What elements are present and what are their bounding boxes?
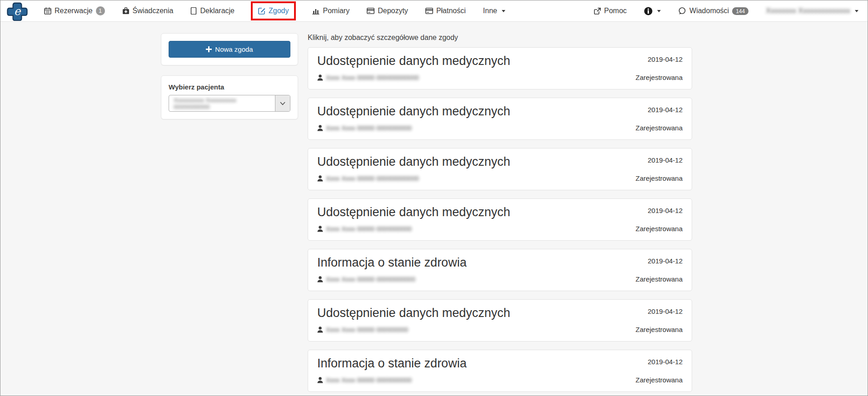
consent-date: 2019-04-12 [636, 55, 683, 63]
caret-down-icon [502, 10, 505, 12]
consent-patient-row: Xxxx Xxxx 00000 0000000000 [317, 376, 467, 384]
user-icon [317, 175, 323, 182]
credit-card-icon [367, 8, 374, 14]
nav-label: Depozyty [378, 7, 408, 15]
patient-name-redacted: Xxxx Xxxx 00000 00000000000 [326, 276, 415, 283]
consent-card-left: Informacja o stanie zdrowia Xxxx Xxxx 00… [317, 356, 467, 385]
consent-patient-row: Xxxx Xxxx 00000 0000000000 [317, 124, 510, 132]
edit-pencil-icon [258, 7, 265, 15]
consent-status: Zarejestrowana [636, 74, 683, 81]
medical-bag-icon [122, 7, 130, 15]
svg-text:e: e [14, 4, 21, 17]
main-navigation: Rezerwacje 1 Świadczenia Deklaracje [44, 6, 523, 15]
messages-label: Wiadomości [689, 7, 729, 15]
reservations-count-badge: 1 [96, 6, 105, 15]
user-icon [317, 377, 323, 383]
navbar-right-group: Pomoc Wiadomości 144 Xxxxxxxx Xxxxxxxxxx… [594, 7, 858, 15]
consent-card-right: 2019-04-12 Zarejestrowana [636, 306, 683, 334]
consent-card[interactable]: Udostępnienie danych medycznych Xxxx Xxx… [308, 47, 692, 89]
calendar-icon [44, 7, 51, 15]
user-name-redacted: Xxxxxxxx Xxxxxxxxxxxxxx [766, 7, 850, 15]
info-menu[interactable] [644, 7, 661, 15]
consent-card[interactable]: Udostępnienie danych medycznych Xxxx Xxx… [308, 198, 692, 241]
consent-card-left: Udostępnienie danych medycznych Xxxx Xxx… [317, 54, 510, 82]
consent-title: Udostępnienie danych medycznych [317, 154, 510, 169]
nav-item-platnosci[interactable]: Płatności [425, 7, 466, 15]
chevron-down-icon [280, 102, 285, 105]
patient-select-value: Xxxxxxxxxx Xxxxxxxxxx 00000000000 [169, 95, 275, 111]
bar-chart-icon [312, 7, 319, 15]
user-icon [317, 226, 323, 232]
consent-card-left: Informacja o stanie zdrowia Xxxx Xxxx 00… [317, 255, 467, 284]
nav-label: Świadczenia [133, 7, 174, 15]
consent-card[interactable]: Udostępnienie danych medycznych Xxxx Xxx… [308, 148, 692, 190]
consent-card-left: Udostępnienie danych medycznych Xxxx Xxx… [317, 154, 510, 183]
consent-status: Zarejestrowana [636, 174, 683, 182]
nav-label: Zgody [269, 7, 289, 15]
consent-title: Udostępnienie danych medycznych [317, 104, 510, 119]
user-icon [317, 125, 323, 131]
consent-patient-row: Xxxx Xxxx 00000 0000000000 [317, 225, 510, 233]
nav-label: Pomiary [323, 7, 349, 15]
consent-card-right: 2019-04-12 Zarejestrowana [636, 54, 683, 82]
document-icon [190, 7, 197, 15]
sidebar: Nowa zgoda Wybierz pacjenta Xxxxxxxxxx X… [161, 33, 298, 119]
nav-item-swiadczenia[interactable]: Świadczenia [122, 7, 174, 15]
caret-down-icon [855, 10, 858, 12]
help-link[interactable]: Pomoc [594, 7, 627, 15]
consent-date: 2019-04-12 [636, 307, 683, 315]
user-icon [317, 327, 323, 333]
consent-card-right: 2019-04-12 Zarejestrowana [636, 104, 683, 133]
consent-card[interactable]: Informacja o stanie zdrowia Xxxx Xxxx 00… [308, 350, 692, 392]
messages-count-badge: 144 [732, 7, 748, 15]
choose-patient-label: Wybierz pacjenta [169, 83, 290, 91]
nav-item-depozyty[interactable]: Depozyty [367, 7, 408, 15]
consent-card[interactable]: Informacja o stanie zdrowia Xxxx Xxxx 00… [308, 249, 692, 291]
consent-date: 2019-04-12 [636, 358, 683, 366]
page-content: Nowa zgoda Wybierz pacjenta Xxxxxxxxxx X… [0, 22, 868, 396]
patient-name-redacted: Xxxx Xxxx 00000 000000000 [326, 326, 408, 333]
consent-title: Udostępnienie danych medycznych [317, 306, 510, 320]
top-navbar: e Rezerwacje 1 Świadczenia [0, 0, 868, 22]
app-logo[interactable]: e [6, 1, 29, 21]
medical-cross-logo-icon: e [6, 1, 29, 21]
credit-card-icon [425, 8, 433, 14]
nav-item-rezerwacje[interactable]: Rezerwacje 1 [44, 6, 105, 15]
caret-down-icon [657, 10, 661, 12]
speech-bubble-icon [678, 7, 686, 15]
new-consent-button-label: Nowa zgoda [215, 45, 253, 53]
consent-status: Zarejestrowana [636, 225, 683, 233]
patient-name-redacted: Xxxx Xxxx 00000 000000000000 [326, 175, 419, 182]
nav-item-deklaracje[interactable]: Deklaracje [190, 7, 234, 15]
consent-status: Zarejestrowana [636, 124, 683, 132]
messages-link[interactable]: Wiadomości 144 [678, 7, 748, 15]
nav-item-zgody[interactable]: Zgody [258, 7, 289, 15]
consent-title: Udostępnienie danych medycznych [317, 54, 510, 68]
new-consent-button[interactable]: Nowa zgoda [169, 41, 290, 58]
consent-patient-row: Xxxx Xxxx 00000 000000000 [317, 326, 510, 333]
new-consent-panel: Nowa zgoda [161, 33, 298, 65]
consent-card[interactable]: Udostępnienie danych medycznych Xxxx Xxx… [308, 98, 692, 140]
consent-status: Zarejestrowana [636, 275, 683, 283]
consent-card-left: Udostępnienie danych medycznych Xxxx Xxx… [317, 306, 510, 334]
consent-date: 2019-04-12 [636, 106, 683, 114]
select-arrow-button[interactable] [275, 95, 290, 111]
consent-card-right: 2019-04-12 Zarejestrowana [636, 205, 683, 233]
patient-select[interactable]: Xxxxxxxxxx Xxxxxxxxxx 00000000000 [169, 95, 290, 112]
info-circle-icon [644, 7, 653, 15]
choose-patient-panel: Wybierz pacjenta Xxxxxxxxxx Xxxxxxxxxx 0… [161, 75, 298, 119]
nav-label: Inne [483, 7, 497, 15]
nav-label: Deklaracje [200, 7, 234, 15]
user-icon [317, 74, 323, 81]
nav-item-inne[interactable]: Inne [483, 7, 505, 15]
nav-item-pomiary[interactable]: Pomiary [312, 7, 349, 15]
consent-card[interactable]: Udostępnienie danych medycznych Xxxx Xxx… [308, 299, 692, 342]
consent-card-right: 2019-04-12 Zarejestrowana [636, 255, 683, 284]
patient-name-redacted: Xxxx Xxxx 00000 000000000000 [326, 74, 419, 81]
patient-name-redacted: Xxxx Xxxx 00000 0000000000 [326, 124, 412, 132]
patient-name-redacted: Xxxx Xxxx 00000 0000000000 [326, 376, 412, 384]
user-menu[interactable]: Xxxxxxxx Xxxxxxxxxxxxxx [766, 7, 858, 15]
consent-card-left: Udostępnienie danych medycznych Xxxx Xxx… [317, 205, 510, 233]
consent-card-left: Udostępnienie danych medycznych Xxxx Xxx… [317, 104, 510, 133]
list-hint: Kliknij, aby zobaczyć szczegółowe dane z… [308, 34, 692, 42]
